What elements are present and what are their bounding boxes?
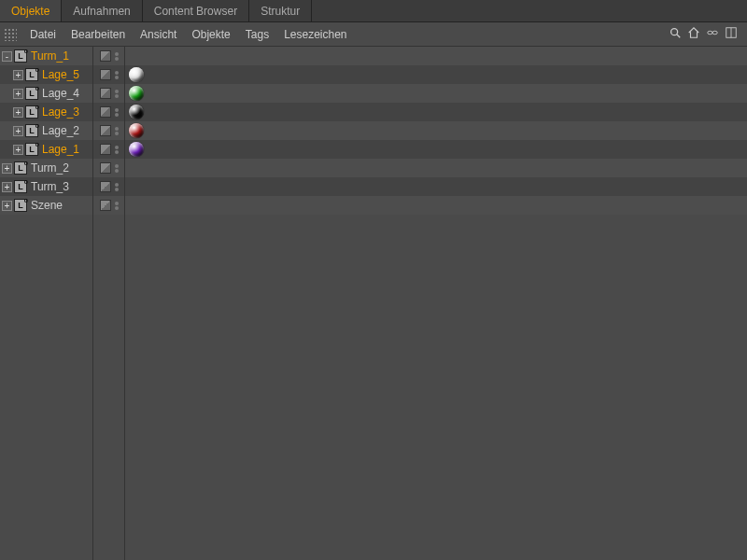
search-icon[interactable] <box>669 26 682 42</box>
tab-content-browser[interactable]: Content Browser <box>143 0 249 21</box>
render-visibility-toggle[interactable] <box>115 183 119 191</box>
menu-objekte[interactable]: Objekte <box>184 22 237 47</box>
svg-point-3 <box>712 31 717 35</box>
tree-item-label: Lage_4 <box>42 87 79 100</box>
tree-item-label: Lage_2 <box>42 124 79 137</box>
menu-lesezeichen[interactable]: Lesezeichen <box>276 22 354 47</box>
menu-ansicht[interactable]: Ansicht <box>133 22 184 47</box>
expand-icon[interactable]: + <box>13 70 23 80</box>
expand-icon[interactable]: + <box>13 126 23 136</box>
render-visibility-toggle[interactable] <box>115 52 119 61</box>
null-object-icon: L <box>25 68 38 81</box>
tree-item-label: Szene <box>31 199 63 212</box>
layer-visibility-toggle[interactable] <box>100 69 111 80</box>
tag-row[interactable] <box>125 159 747 177</box>
menu-tags[interactable]: Tags <box>238 22 276 47</box>
render-visibility-toggle[interactable] <box>115 127 119 135</box>
layer-controls <box>93 121 124 140</box>
tree-item-label: Lage_5 <box>42 68 79 81</box>
layer-visibility-toggle[interactable] <box>100 88 111 99</box>
expand-icon[interactable]: + <box>13 145 23 155</box>
tree-item[interactable]: +LLage_1 <box>0 140 92 159</box>
layer-visibility-toggle[interactable] <box>100 162 111 174</box>
layer-controls <box>93 177 124 196</box>
layer-controls <box>93 196 124 215</box>
layer-visibility-toggle[interactable] <box>100 144 111 155</box>
render-visibility-toggle[interactable] <box>115 164 119 173</box>
collapse-icon[interactable]: - <box>2 51 12 62</box>
layer-visibility-toggle[interactable] <box>100 106 111 118</box>
tab-struktur[interactable]: Struktur <box>249 0 312 21</box>
tag-row[interactable] <box>125 177 747 196</box>
tree-item[interactable]: +LLage_4 <box>0 84 92 103</box>
tree-item[interactable]: +LLage_5 <box>0 65 92 84</box>
null-object-icon: L <box>14 161 27 175</box>
tree-item[interactable]: +LSzene <box>0 196 92 215</box>
tree-item[interactable]: +LLage_2 <box>0 121 92 140</box>
svg-point-2 <box>708 31 712 35</box>
render-visibility-toggle[interactable] <box>115 146 119 154</box>
null-object-icon: L <box>25 124 38 137</box>
object-manager-menubar: Datei Bearbeiten Ansicht Objekte Tags Le… <box>0 22 747 47</box>
null-object-icon: L <box>25 105 38 119</box>
layer-controls <box>93 65 124 84</box>
tree-item-label: Turm_1 <box>31 49 69 63</box>
menu-bearbeiten[interactable]: Bearbeiten <box>63 22 133 47</box>
expand-icon[interactable]: + <box>2 201 12 211</box>
tab-objekte[interactable]: Objekte <box>0 0 62 21</box>
panel-tabbar: Objekte Aufnahmen Content Browser Strukt… <box>0 0 747 22</box>
tree-item-label: Lage_1 <box>42 143 79 156</box>
null-object-icon: L <box>25 143 38 156</box>
layer-visibility-toggle[interactable] <box>100 181 111 192</box>
tree-item[interactable]: -LTurm_1 <box>0 47 92 65</box>
menu-datei[interactable]: Datei <box>22 22 63 47</box>
null-object-icon: L <box>14 180 27 193</box>
tree-item-label: Lage_3 <box>42 105 79 119</box>
layer-visibility-toggle[interactable] <box>100 125 111 136</box>
layout-icon[interactable] <box>725 26 738 42</box>
tag-row[interactable] <box>125 196 747 215</box>
tag-row[interactable] <box>125 103 747 121</box>
link-icon[interactable] <box>706 26 719 42</box>
expand-icon[interactable]: + <box>2 182 12 192</box>
material-tag-icon[interactable] <box>129 105 144 119</box>
layer-visibility-toggle[interactable] <box>100 50 111 62</box>
null-object-icon: L <box>25 87 38 100</box>
layer-controls <box>93 47 124 65</box>
layer-controls <box>93 140 124 159</box>
render-visibility-toggle[interactable] <box>115 202 119 210</box>
svg-point-0 <box>671 29 678 35</box>
tree-item-label: Turm_2 <box>31 161 69 175</box>
tab-aufnahmen[interactable]: Aufnahmen <box>62 0 142 21</box>
panel-grip-icon[interactable] <box>4 28 17 41</box>
tag-row[interactable] <box>125 65 747 84</box>
expand-icon[interactable]: + <box>13 89 23 99</box>
tree-item-label: Turm_3 <box>31 180 69 193</box>
null-object-icon: L <box>14 49 27 63</box>
home-icon[interactable] <box>687 26 700 42</box>
tag-row[interactable] <box>125 84 747 103</box>
layer-controls <box>93 103 124 121</box>
tree-item[interactable]: +LTurm_3 <box>0 177 92 196</box>
material-tag-icon[interactable] <box>129 86 144 101</box>
tree-item[interactable]: +LTurm_2 <box>0 159 92 177</box>
material-tag-icon[interactable] <box>129 142 144 157</box>
layer-visibility-toggle[interactable] <box>100 200 111 211</box>
tag-row[interactable] <box>125 47 747 65</box>
render-visibility-toggle[interactable] <box>115 90 119 98</box>
render-visibility-toggle[interactable] <box>115 71 119 79</box>
layer-controls <box>93 159 124 177</box>
expand-icon[interactable]: + <box>13 107 23 118</box>
svg-line-1 <box>677 35 681 38</box>
material-tag-icon[interactable] <box>129 123 144 138</box>
material-tag-icon[interactable] <box>129 67 144 82</box>
tag-row[interactable] <box>125 121 747 140</box>
expand-icon[interactable]: + <box>2 163 12 174</box>
tag-row[interactable] <box>125 140 747 159</box>
tree-item[interactable]: +LLage_3 <box>0 103 92 121</box>
render-visibility-toggle[interactable] <box>115 108 119 117</box>
null-object-icon: L <box>14 199 27 212</box>
object-manager-body: -LTurm_1+LLage_5+LLage_4+LLage_3+LLage_2… <box>0 47 747 560</box>
layer-controls <box>93 84 124 103</box>
